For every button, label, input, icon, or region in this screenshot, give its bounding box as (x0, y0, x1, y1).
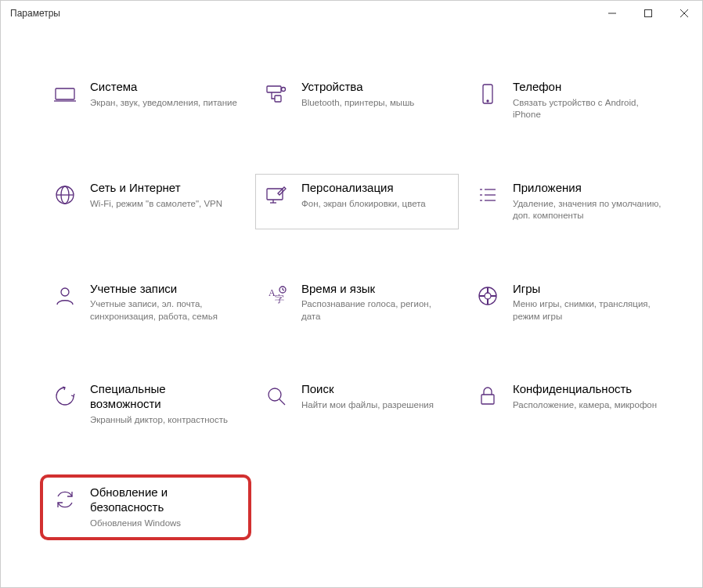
phone-icon (475, 81, 500, 106)
gaming-icon (475, 283, 500, 308)
tile-title: Игры (513, 282, 662, 297)
tile-personalization[interactable]: Персонализация Фон, экран блокировки, цв… (255, 174, 459, 229)
svg-rect-7 (275, 96, 281, 102)
tile-devices[interactable]: Устройства Bluetooth, принтеры, мышь (255, 73, 459, 128)
tile-network[interactable]: Сеть и Интернет Wi-Fi, режим "в самолете… (44, 174, 247, 229)
tile-desc: Экранный диктор, контрастность (90, 414, 239, 427)
search-icon (264, 384, 289, 409)
tile-desc: Удаление, значения по умолчанию, доп. ко… (513, 198, 662, 222)
svg-rect-4 (56, 88, 74, 99)
svg-point-30 (485, 293, 491, 299)
tile-privacy[interactable]: Конфиденциальность Расположение, камера,… (467, 375, 670, 433)
settings-window: Параметры Система Экран, звук, уведомлен… (0, 0, 703, 588)
update-security-icon (52, 487, 78, 512)
tile-desc: Меню игры, снимки, трансляция, режим игр… (513, 298, 662, 323)
svg-point-23 (61, 288, 69, 296)
tile-desc: Найти мои файлы, разрешения (301, 399, 450, 412)
svg-rect-6 (267, 86, 281, 92)
settings-content: Система Экран, звук, уведомления, питани… (1, 26, 702, 560)
tile-desc: Расположение, камера, микрофон (513, 399, 662, 412)
svg-line-28 (283, 290, 284, 290)
tile-time-language[interactable]: A字 Время и язык Распознавание голоса, ре… (255, 275, 459, 330)
svg-point-31 (269, 388, 281, 401)
tile-update-security[interactable]: Обновление и безопасность Обновления Win… (44, 478, 247, 536)
tile-accounts[interactable]: Учетные записи Учетные записи, эл. почта… (44, 275, 247, 330)
tile-apps[interactable]: Приложения Удаление, значения по умолчан… (467, 174, 670, 229)
svg-point-8 (282, 88, 286, 92)
apps-icon (475, 182, 500, 207)
tile-title: Время и язык (301, 282, 450, 297)
maximize-button[interactable] (630, 1, 666, 26)
tile-title: Обновление и безопасность (90, 485, 239, 515)
tile-title: Устройства (301, 80, 450, 95)
tile-title: Поиск (301, 382, 450, 397)
tile-ease-of-access[interactable]: Специальные возможности Экранный диктор,… (44, 375, 247, 433)
accounts-icon (52, 283, 78, 308)
tile-search[interactable]: Поиск Найти мои файлы, разрешения (255, 375, 459, 433)
tile-title: Сеть и Интернет (90, 181, 239, 196)
titlebar: Параметры (1, 1, 702, 26)
tile-desc: Обновления Windows (90, 518, 239, 530)
privacy-icon (475, 384, 500, 409)
tile-system[interactable]: Система Экран, звук, уведомления, питани… (44, 73, 247, 128)
tile-title: Персонализация (301, 181, 450, 196)
svg-point-10 (487, 100, 488, 102)
close-button[interactable] (666, 1, 702, 26)
tile-title: Телефон (513, 80, 662, 95)
tile-desc: Фон, экран блокировки, цвета (301, 198, 450, 211)
tile-desc: Wi-Fi, режим "в самолете", VPN (90, 198, 239, 211)
ease-of-access-icon (52, 384, 78, 409)
tile-gaming[interactable]: Игры Меню игры, снимки, трансляция, режи… (467, 275, 670, 330)
svg-rect-1 (645, 10, 652, 17)
tile-desc: Распознавание голоса, регион, дата (301, 298, 450, 323)
tile-desc: Экран, звук, уведомления, питание (90, 97, 239, 110)
time-language-icon: A字 (264, 283, 289, 308)
settings-grid: Система Экран, звук, уведомления, питани… (44, 73, 679, 536)
devices-icon (264, 81, 289, 106)
svg-rect-33 (481, 395, 494, 404)
tile-desc: Bluetooth, принтеры, мышь (301, 97, 450, 110)
tile-title: Приложения (513, 181, 662, 196)
tile-title: Конфиденциальность (513, 382, 662, 397)
window-title: Параметры (10, 8, 60, 19)
minimize-button[interactable] (594, 1, 630, 26)
tile-phone[interactable]: Телефон Связать устройство с Android, iP… (467, 73, 670, 128)
tile-title: Учетные записи (90, 282, 239, 297)
tile-title: Специальные возможности (90, 382, 239, 412)
system-icon (52, 81, 78, 106)
network-icon (52, 182, 78, 207)
svg-line-32 (279, 399, 285, 405)
tile-desc: Связать устройство с Android, iPhone (513, 97, 662, 121)
tile-title: Система (90, 80, 239, 95)
personalization-icon (264, 182, 289, 207)
tile-desc: Учетные записи, эл. почта, синхронизация… (90, 298, 239, 323)
svg-text:字: 字 (275, 294, 284, 305)
